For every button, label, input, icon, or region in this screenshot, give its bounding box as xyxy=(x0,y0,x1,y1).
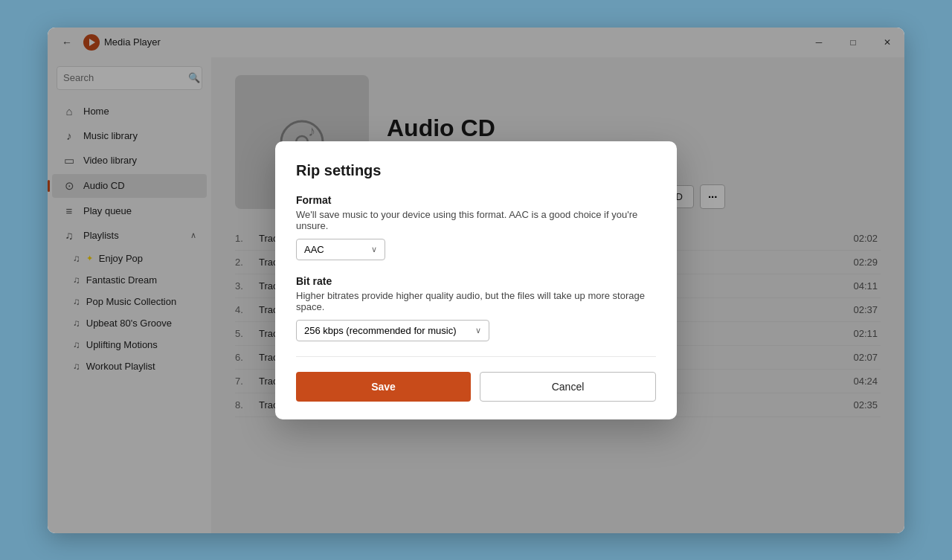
app-window: ← Media Player ─ □ ✕ 🔍 ⌂ Home xyxy=(48,28,904,533)
cancel-label: Cancel xyxy=(552,381,585,393)
dialog-overlay: Rip settings Format We'll save music to … xyxy=(48,28,904,533)
bitrate-chevron-icon: ∨ xyxy=(475,326,481,335)
format-label: Format xyxy=(296,194,656,206)
bitrate-label: Bit rate xyxy=(296,275,656,287)
bitrate-desc: Higher bitrates provide higher quality a… xyxy=(296,290,656,312)
cancel-button[interactable]: Cancel xyxy=(480,372,656,402)
bitrate-value: 256 kbps (recommended for music) xyxy=(304,325,456,336)
dialog-divider xyxy=(296,356,656,357)
bitrate-select[interactable]: 256 kbps (recommended for music) ∨ xyxy=(296,320,489,341)
format-value: AAC xyxy=(304,244,324,255)
save-label: Save xyxy=(371,381,396,393)
format-select[interactable]: AAC ∨ xyxy=(296,239,385,260)
dialog-actions: Save Cancel xyxy=(296,372,656,402)
format-chevron-icon: ∨ xyxy=(371,245,377,254)
format-desc: We'll save music to your device using th… xyxy=(296,209,656,231)
save-button[interactable]: Save xyxy=(296,372,471,402)
dialog-title: Rip settings xyxy=(296,162,656,179)
rip-settings-dialog: Rip settings Format We'll save music to … xyxy=(275,141,677,419)
